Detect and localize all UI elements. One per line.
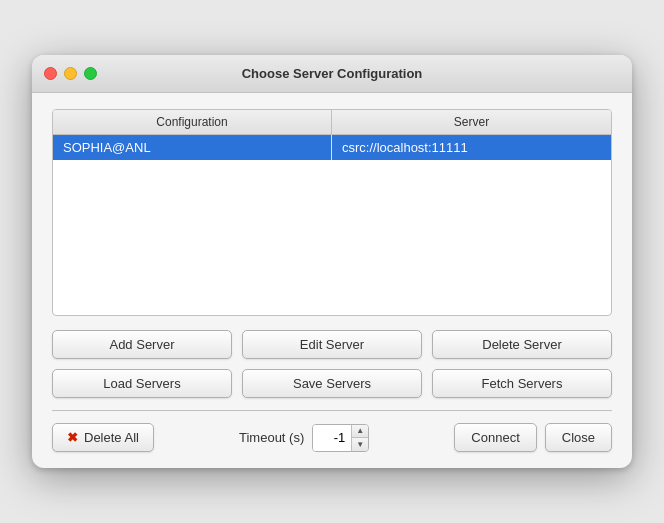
edit-server-button[interactable]: Edit Server [242, 330, 422, 359]
save-servers-button[interactable]: Save Servers [242, 369, 422, 398]
table-row[interactable]: SOPHIA@ANL csrc://localhost:11111 [53, 135, 611, 160]
add-server-button[interactable]: Add Server [52, 330, 232, 359]
fetch-servers-button[interactable]: Fetch Servers [432, 369, 612, 398]
table-header: Configuration Server [53, 110, 611, 135]
minimize-button-icon[interactable] [64, 67, 77, 80]
bottom-row: ✖ Delete All Timeout (s) ▲ ▼ Connect Clo… [52, 423, 612, 452]
window: Choose Server Configuration Configuratio… [32, 55, 632, 468]
spinner-up-button[interactable]: ▲ [352, 425, 368, 438]
button-row-2: Load Servers Save Servers Fetch Servers [52, 369, 612, 398]
load-servers-button[interactable]: Load Servers [52, 369, 232, 398]
table-body: SOPHIA@ANL csrc://localhost:11111 [53, 135, 611, 315]
right-buttons: Connect Close [454, 423, 612, 452]
timeout-input-wrapper: ▲ ▼ [312, 424, 369, 452]
connect-button[interactable]: Connect [454, 423, 536, 452]
divider [52, 410, 612, 411]
titlebar: Choose Server Configuration [32, 55, 632, 93]
spinner-buttons: ▲ ▼ [351, 425, 368, 451]
window-body: Configuration Server SOPHIA@ANL csrc://l… [32, 93, 632, 468]
timeout-input[interactable] [313, 425, 351, 451]
window-title: Choose Server Configuration [242, 66, 423, 81]
button-row-1: Add Server Edit Server Delete Server [52, 330, 612, 359]
column-header-configuration: Configuration [53, 110, 332, 134]
cell-server: csrc://localhost:11111 [332, 135, 611, 160]
timeout-group: Timeout (s) ▲ ▼ [239, 424, 369, 452]
delete-all-label: Delete All [84, 430, 139, 445]
column-header-server: Server [332, 110, 611, 134]
delete-server-button[interactable]: Delete Server [432, 330, 612, 359]
spinner-down-button[interactable]: ▼ [352, 438, 368, 451]
cell-configuration: SOPHIA@ANL [53, 135, 332, 160]
close-button-icon[interactable] [44, 67, 57, 80]
close-button[interactable]: Close [545, 423, 612, 452]
server-table: Configuration Server SOPHIA@ANL csrc://l… [52, 109, 612, 316]
x-icon: ✖ [67, 430, 78, 445]
delete-all-button[interactable]: ✖ Delete All [52, 423, 154, 452]
traffic-lights [44, 67, 97, 80]
timeout-label: Timeout (s) [239, 430, 304, 445]
maximize-button-icon[interactable] [84, 67, 97, 80]
